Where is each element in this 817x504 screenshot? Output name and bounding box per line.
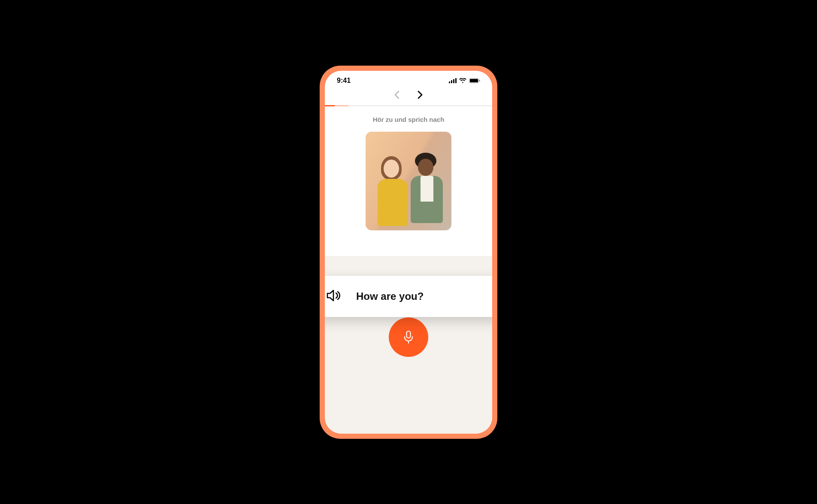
status-time: 9:41: [337, 77, 351, 85]
audio-card[interactable]: How are you?: [325, 276, 492, 317]
status-bar: 9:41: [325, 71, 492, 87]
chevron-left-icon: [394, 91, 400, 99]
svg-rect-6: [479, 80, 480, 81]
microphone-icon: [402, 330, 415, 344]
progress-fill: [325, 105, 335, 106]
illustration-person-left: [374, 155, 411, 230]
progress-bar: [325, 105, 492, 106]
illustration-person-right: [408, 151, 445, 230]
content-area: Hör zu und sprich nach Wie geht es dir?: [325, 106, 492, 434]
svg-rect-2: [453, 79, 454, 83]
nav-bar: [325, 87, 492, 105]
svg-rect-0: [449, 81, 450, 83]
instruction-text: Hör zu und sprich nach: [373, 116, 445, 123]
microphone-button[interactable]: [389, 317, 428, 357]
phone-screen: 9:41 Hör zu und sprich nach: [325, 71, 492, 434]
phone-frame: 9:41 Hör zu und sprich nach: [320, 66, 497, 439]
battery-icon: [469, 78, 480, 83]
lesson-image: [366, 132, 451, 230]
chevron-right-icon: [417, 91, 423, 99]
svg-rect-7: [407, 331, 411, 338]
status-icons: [449, 78, 480, 83]
cellular-icon: [449, 78, 457, 83]
svg-rect-1: [451, 80, 452, 83]
speaker-icon: [327, 289, 341, 304]
nav-forward-button[interactable]: [417, 91, 423, 99]
svg-rect-3: [455, 78, 457, 83]
svg-rect-5: [470, 79, 478, 82]
phrase-text: How are you?: [356, 290, 424, 302]
wifi-icon: [459, 78, 466, 83]
nav-back-button[interactable]: [394, 91, 400, 99]
